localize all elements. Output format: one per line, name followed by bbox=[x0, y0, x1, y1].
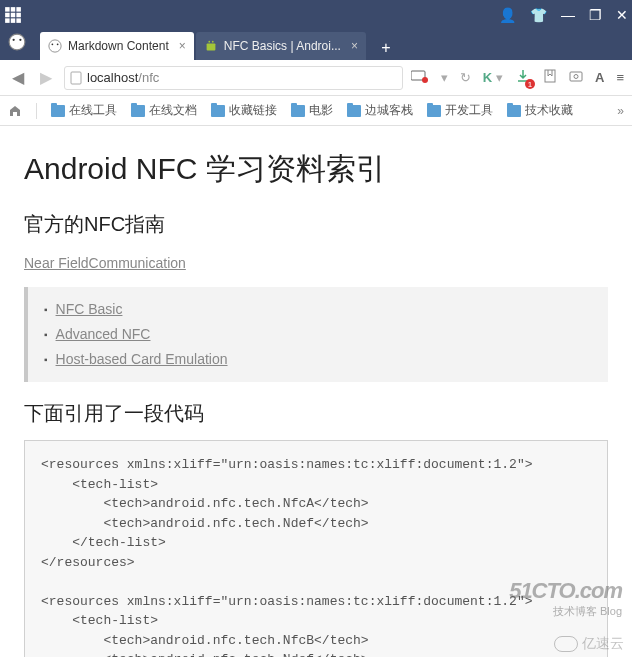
download-button[interactable]: 1 bbox=[515, 68, 531, 87]
nav-tools: ▾ ↻ K ▾ 1 A ≡ bbox=[411, 68, 624, 87]
a-button[interactable]: A bbox=[595, 70, 604, 85]
minimize-button[interactable]: — bbox=[561, 7, 575, 23]
tab-label: Markdown Content bbox=[68, 39, 169, 53]
list-item: Advanced NFC bbox=[44, 322, 592, 347]
svg-point-23 bbox=[574, 75, 578, 79]
folder-icon bbox=[131, 105, 145, 117]
svg-rect-18 bbox=[71, 72, 81, 84]
android-icon bbox=[204, 39, 218, 53]
bookmark-fav-links[interactable]: 收藏链接 bbox=[211, 102, 277, 119]
home-button[interactable] bbox=[8, 104, 22, 118]
svg-point-17 bbox=[212, 41, 214, 43]
svg-rect-5 bbox=[16, 13, 21, 18]
svg-rect-1 bbox=[11, 7, 16, 12]
svg-rect-8 bbox=[16, 18, 21, 23]
folder-icon bbox=[51, 105, 65, 117]
folder-icon bbox=[291, 105, 305, 117]
code-block: <resources xmlns:xliff="urn:oasis:names:… bbox=[24, 440, 608, 657]
app-menu-icon[interactable] bbox=[4, 6, 22, 24]
tab-markdown[interactable]: Markdown Content × bbox=[40, 32, 194, 60]
maximize-button[interactable]: ❐ bbox=[589, 7, 602, 23]
svg-rect-0 bbox=[5, 7, 10, 12]
camera-icon[interactable] bbox=[569, 69, 583, 86]
svg-rect-6 bbox=[5, 18, 10, 23]
separator bbox=[36, 103, 37, 119]
section-heading-code: 下面引用了一段代码 bbox=[24, 398, 608, 428]
bookmark-movies[interactable]: 电影 bbox=[291, 102, 333, 119]
folder-icon bbox=[507, 105, 521, 117]
tab-nfc[interactable]: NFC Basics | Androi... × bbox=[196, 32, 366, 60]
navbar: ◀ ▶ localhost/nfc ▾ ↻ K ▾ 1 A ≡ bbox=[0, 60, 632, 96]
link-nfc-basic[interactable]: NFC Basic bbox=[56, 299, 123, 320]
svg-point-14 bbox=[57, 43, 59, 45]
folder-icon bbox=[347, 105, 361, 117]
link-nfc-comm[interactable]: Near FieldCommunication bbox=[24, 255, 186, 271]
svg-rect-21 bbox=[545, 70, 555, 82]
folder-icon bbox=[211, 105, 225, 117]
list-item: Host-based Card Emulation bbox=[44, 347, 592, 372]
bookmarks-bar: 在线工具 在线文档 收藏链接 电影 边城客栈 开发工具 技术收藏 » bbox=[0, 96, 632, 126]
svg-point-16 bbox=[208, 41, 210, 43]
bookmark-dev-tools[interactable]: 开发工具 bbox=[427, 102, 493, 119]
svg-rect-2 bbox=[16, 7, 21, 12]
page-title: Android NFC 学习资料索引 bbox=[24, 146, 608, 191]
link-host-emulation[interactable]: Host-based Card Emulation bbox=[56, 349, 228, 370]
svg-point-10 bbox=[13, 39, 15, 41]
svg-point-9 bbox=[9, 34, 25, 50]
hand-icon[interactable]: 👕 bbox=[530, 7, 547, 23]
bookmark-online-tools[interactable]: 在线工具 bbox=[51, 102, 117, 119]
svg-rect-22 bbox=[570, 72, 582, 81]
back-button[interactable]: ◀ bbox=[8, 68, 28, 88]
svg-point-12 bbox=[49, 40, 61, 52]
quote-box: NFC Basic Advanced NFC Host-based Card E… bbox=[24, 287, 608, 382]
tab-label: NFC Basics | Androi... bbox=[224, 39, 341, 53]
svg-rect-3 bbox=[5, 13, 10, 18]
device-icon[interactable] bbox=[411, 69, 429, 86]
k-dropdown-icon[interactable]: ▾ bbox=[496, 70, 503, 85]
close-button[interactable]: ✕ bbox=[616, 7, 628, 23]
tabbar: Markdown Content × NFC Basics | Androi..… bbox=[0, 30, 632, 60]
bookmark-border-inn[interactable]: 边城客栈 bbox=[347, 102, 413, 119]
new-tab-button[interactable]: + bbox=[374, 36, 398, 60]
svg-point-13 bbox=[52, 43, 54, 45]
bookmark-online-docs[interactable]: 在线文档 bbox=[131, 102, 197, 119]
page-content: Android NFC 学习资料索引 官方的NFC指南 Near FieldCo… bbox=[0, 126, 632, 657]
svg-point-11 bbox=[19, 39, 21, 41]
svg-point-20 bbox=[422, 77, 428, 83]
download-badge: 1 bbox=[525, 79, 535, 89]
bookmarks-more[interactable]: » bbox=[617, 104, 624, 118]
svg-rect-15 bbox=[206, 43, 215, 50]
tab-close-icon[interactable]: × bbox=[179, 39, 186, 53]
tab-close-icon[interactable]: × bbox=[351, 39, 358, 53]
link-advanced-nfc[interactable]: Advanced NFC bbox=[56, 324, 151, 345]
url-text: localhost/nfc bbox=[87, 70, 398, 85]
list-item: NFC Basic bbox=[44, 297, 592, 322]
section-heading-official: 官方的NFC指南 bbox=[24, 209, 608, 239]
tab-favicon-main bbox=[8, 33, 26, 51]
svg-rect-4 bbox=[11, 13, 16, 18]
bookmark-icon[interactable] bbox=[543, 69, 557, 86]
k-button[interactable]: K bbox=[483, 70, 492, 85]
folder-icon bbox=[427, 105, 441, 117]
refresh-button[interactable]: ↻ bbox=[460, 70, 471, 85]
menu-icon[interactable]: ≡ bbox=[616, 70, 624, 85]
forward-button[interactable]: ▶ bbox=[36, 68, 56, 88]
smiley-icon bbox=[48, 39, 62, 53]
bookmark-tech-fav[interactable]: 技术收藏 bbox=[507, 102, 573, 119]
svg-rect-7 bbox=[11, 18, 16, 23]
titlebar: 👤 👕 — ❐ ✕ bbox=[0, 0, 632, 30]
url-bar[interactable]: localhost/nfc bbox=[64, 66, 403, 90]
page-icon bbox=[69, 71, 83, 85]
dropdown-icon[interactable]: ▾ bbox=[441, 70, 448, 85]
person-icon[interactable]: 👤 bbox=[499, 7, 516, 23]
